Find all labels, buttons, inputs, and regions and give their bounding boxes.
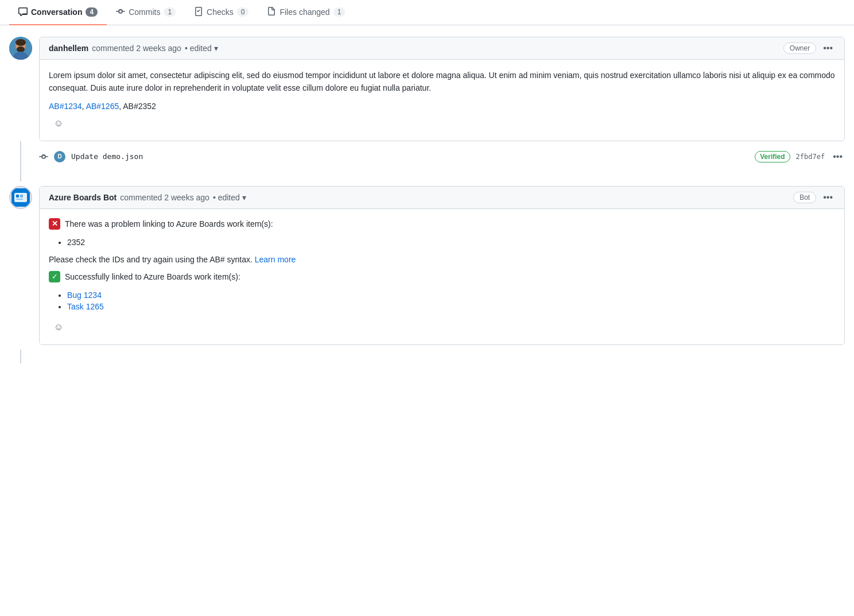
conversation-icon: [18, 7, 28, 17]
learn-more-link[interactable]: Learn more: [255, 255, 296, 264]
commit-branch-icon: [39, 152, 48, 161]
error-icon: ✕: [49, 218, 60, 230]
commit-message[interactable]: Update demo.json: [71, 152, 143, 161]
commit-hash[interactable]: 2fbd7ef: [796, 153, 825, 161]
tab-commits-badge: 1: [164, 7, 176, 17]
commit-row: D Update demo.json Verified 2fbd7ef •••: [39, 141, 845, 168]
comment1-more-button[interactable]: •••: [821, 42, 835, 55]
link-ab1234[interactable]: AB#1234: [49, 102, 82, 111]
comment1-header-left: danhellem commented 2 weeks ago • edited…: [49, 44, 218, 53]
comment1-header: danhellem commented 2 weeks ago • edited…: [40, 37, 844, 60]
comment1-emoji-button[interactable]: ☺: [49, 115, 68, 131]
tab-checks-label: Checks: [207, 7, 234, 17]
avatar-danhellem: [9, 37, 32, 60]
error-item-2352: 2352: [67, 237, 835, 248]
comment1-box: danhellem commented 2 weeks ago • edited…: [39, 37, 845, 141]
bot-success-line: ✓ Successfully linked to Azure Boards wo…: [49, 271, 835, 282]
svg-rect-8: [20, 195, 23, 197]
tab-conversation-badge: 4: [86, 7, 98, 17]
main-content: danhellem commented 2 weeks ago • edited…: [0, 25, 854, 375]
comment2-edited[interactable]: • edited ▾: [213, 193, 246, 202]
tab-conversation[interactable]: Conversation 4: [9, 0, 107, 25]
link-ab2352-plain: , AB#2352: [119, 102, 156, 111]
tab-commits[interactable]: Commits 1: [107, 0, 185, 25]
svg-point-3: [17, 47, 25, 52]
bot-learn-more-para: Please check the IDs and try again using…: [49, 255, 835, 264]
comment1-owner-badge: Owner: [783, 42, 816, 54]
comment2-author[interactable]: Azure Boards Bot: [49, 193, 117, 202]
comment2-wrapper: Azure Boards Bot commented 2 weeks ago •…: [9, 186, 845, 345]
comment2-bot-badge: Bot: [793, 192, 816, 203]
comment2-box: Azure Boards Bot commented 2 weeks ago •…: [39, 186, 845, 345]
checks-icon: [194, 7, 203, 17]
tab-files-changed[interactable]: Files changed 1: [258, 0, 354, 25]
commit-connector-line: [20, 141, 21, 168]
comment1-links: AB#1234, AB#1265, AB#2352: [49, 102, 835, 111]
comment1-header-right: Owner •••: [783, 42, 835, 55]
tab-conversation-label: Conversation: [31, 7, 82, 17]
dropdown-arrow-icon: ▾: [214, 44, 218, 53]
bot-error-text: There was a problem linking to Azure Boa…: [65, 219, 273, 228]
comment2-header-left: Azure Boards Bot commented 2 weeks ago •…: [49, 193, 246, 202]
link-bug1234[interactable]: Bug 1234: [67, 290, 102, 300]
comment1-edited[interactable]: • edited ▾: [185, 44, 218, 53]
bot-success-list: Bug 1234 Task 1265: [67, 289, 835, 312]
tab-files-changed-badge: 1: [333, 7, 346, 17]
comment1-author[interactable]: danhellem: [49, 44, 88, 53]
tab-checks[interactable]: Checks 0: [185, 0, 258, 25]
commit-small-avatar: D: [54, 151, 65, 162]
bot-success-text: Successfully linked to Azure Boards work…: [65, 272, 240, 281]
tab-files-changed-label: Files changed: [280, 7, 329, 17]
commit-verified-badge: Verified: [755, 151, 790, 162]
comment1-text: Lorem ipsum dolor sit amet, consectetur …: [49, 69, 835, 95]
dropdown-arrow-icon2: ▾: [242, 193, 246, 202]
comment2-meta: commented 2 weeks ago: [120, 193, 209, 202]
link-ab1265[interactable]: AB#1265: [86, 102, 119, 111]
svg-rect-7: [16, 195, 19, 197]
comment1-meta: commented 2 weeks ago: [92, 44, 181, 53]
comment1-body: Lorem ipsum dolor sit amet, consectetur …: [40, 60, 844, 141]
link-task1265[interactable]: Task 1265: [67, 302, 104, 311]
files-changed-icon: [267, 7, 276, 17]
success-item-task1265: Task 1265: [67, 301, 835, 312]
commits-icon: [116, 7, 125, 17]
comment2-more-button[interactable]: •••: [821, 191, 835, 204]
success-item-bug1234: Bug 1234: [67, 289, 835, 301]
tab-commits-label: Commits: [129, 7, 160, 17]
comment2-emoji-button[interactable]: ☺: [49, 319, 68, 335]
comment2-header: Azure Boards Bot commented 2 weeks ago •…: [40, 187, 844, 209]
commit-more-button[interactable]: •••: [830, 150, 845, 163]
bot-error-line: ✕ There was a problem linking to Azure B…: [49, 218, 835, 230]
comment1-wrapper: danhellem commented 2 weeks ago • edited…: [9, 37, 845, 141]
tab-checks-badge: 0: [237, 7, 249, 17]
bottom-connector: [20, 350, 21, 363]
tabs-bar: Conversation 4 Commits 1 Checks 0: [0, 0, 854, 25]
svg-rect-9: [16, 199, 23, 200]
page-layout: Conversation 4 Commits 1 Checks 0: [0, 0, 854, 375]
commit-row-inner: D Update demo.json Verified 2fbd7ef •••: [39, 150, 845, 163]
bot-error-list: 2352: [67, 237, 835, 248]
vertical-connector: [20, 168, 21, 181]
comment2-header-right: Bot •••: [793, 191, 835, 204]
comment2-body: ✕ There was a problem linking to Azure B…: [40, 209, 844, 344]
avatar-bot: [9, 186, 32, 209]
svg-point-2: [15, 39, 26, 46]
success-icon: ✓: [49, 271, 60, 282]
